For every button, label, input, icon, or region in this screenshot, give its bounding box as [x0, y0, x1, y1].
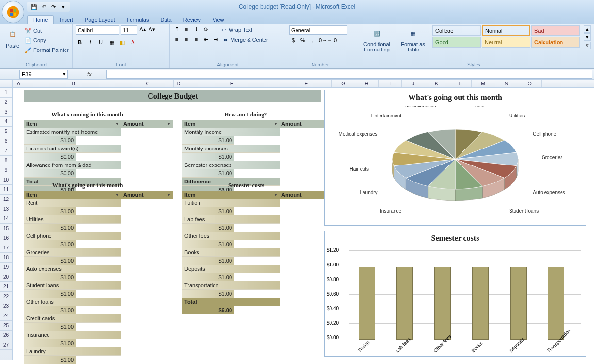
row-header-26[interactable]: 26 [0, 331, 12, 340]
fill-color-button[interactable]: ◧ [118, 38, 126, 46]
style-college[interactable]: College [432, 25, 481, 36]
row-header-11[interactable]: 11 [0, 185, 12, 195]
currency-icon[interactable]: $ [289, 36, 297, 44]
name-box[interactable]: E39▾ [19, 70, 68, 79]
conditional-formatting-button[interactable]: 🔢Conditional Formatting [357, 25, 396, 53]
qat-dropdown-icon[interactable]: ▾ [59, 3, 67, 11]
row-header-8[interactable]: 8 [0, 156, 12, 165]
row-header-2[interactable]: 2 [0, 98, 12, 107]
table-row[interactable]: Transportation$1.00 [182, 281, 331, 298]
row-header-7[interactable]: 7 [0, 146, 12, 156]
table-row[interactable]: Books$1.00 [182, 248, 331, 265]
row-header-27[interactable]: 27 [0, 340, 12, 350]
row-header-18[interactable]: 18 [0, 253, 12, 263]
paste-button[interactable]: 📋 Paste [3, 25, 22, 50]
row-header-4[interactable]: 4 [0, 117, 12, 127]
tab-review[interactable]: Review [178, 16, 207, 24]
office-button[interactable] [2, 1, 24, 23]
styles-scroll-down-icon[interactable]: ▾ [584, 33, 591, 41]
column-header-I[interactable]: I [379, 80, 402, 87]
increase-decimal-icon[interactable]: .0→ [318, 36, 326, 44]
column-header-K[interactable]: K [425, 80, 448, 87]
font-size-select[interactable] [121, 25, 137, 35]
row-header-15[interactable]: 15 [0, 224, 12, 233]
tab-data[interactable]: Data [154, 16, 177, 24]
save-icon[interactable]: 💾 [30, 3, 38, 11]
table-row[interactable]: Semester expenses$1.00 [182, 161, 331, 178]
formula-input[interactable] [106, 70, 592, 79]
font-family-select[interactable] [76, 25, 119, 35]
decrease-indent-icon[interactable]: ⇤ [202, 35, 210, 43]
row-header-20[interactable]: 20 [0, 272, 12, 282]
orientation-icon[interactable]: ⟳ [202, 25, 210, 33]
column-header-G[interactable]: G [332, 80, 355, 87]
column-header-B[interactable]: B [25, 80, 122, 87]
pie-chart[interactable]: What's going out this month RentUtilitie… [324, 90, 586, 226]
table-row[interactable]: Monthly expenses$1.00 [182, 145, 331, 161]
column-header-C[interactable]: C [122, 80, 174, 87]
tab-page-layout[interactable]: Page Layout [79, 16, 121, 24]
bold-button[interactable]: B [76, 38, 83, 46]
align-right-icon[interactable]: ≡ [192, 35, 200, 43]
table-row[interactable]: Insurance$1.00 [24, 331, 173, 347]
table-row[interactable]: Laundry$1.00 [24, 347, 173, 364]
style-calculation[interactable]: Calculation [531, 37, 580, 48]
column-header-L[interactable]: L [448, 80, 472, 87]
format-as-table-button[interactable]: ▦Format as Table [398, 25, 428, 53]
table-row[interactable]: Monthly income$1.00 [182, 128, 331, 145]
table-row[interactable]: Tuition$1.00 [182, 199, 331, 215]
style-neutral[interactable]: Neutral [482, 37, 530, 48]
row-header-22[interactable]: 22 [0, 292, 12, 301]
tab-view[interactable]: View [207, 16, 230, 24]
font-color-button[interactable]: A [129, 38, 137, 46]
style-bad[interactable]: Bad [531, 25, 580, 36]
row-header-13[interactable]: 13 [0, 204, 12, 214]
border-button[interactable]: ▦ [108, 38, 116, 46]
align-center-icon[interactable]: ≡ [182, 35, 190, 43]
format-painter-button[interactable]: 🖌️Format Painter [24, 46, 69, 54]
styles-scroll-up-icon[interactable]: ▴ [584, 25, 591, 33]
align-top-icon[interactable]: ⤒ [173, 25, 181, 33]
select-all-corner[interactable] [0, 80, 13, 87]
row-header-5[interactable]: 5 [0, 127, 12, 136]
row-header-25[interactable]: 25 [0, 321, 12, 331]
style-normal[interactable]: Normal [482, 25, 530, 36]
redo-icon[interactable]: ↷ [50, 3, 57, 11]
bar-chart[interactable]: Semester costs $0.00$0.20$0.40$0.60$0.80… [324, 231, 586, 357]
row-header-24[interactable]: 24 [0, 311, 12, 321]
table-row[interactable]: Lab fees$1.00 [182, 215, 331, 232]
style-good[interactable]: Good [432, 37, 481, 48]
table-row[interactable]: Rent$1.00 [24, 199, 173, 215]
tab-home[interactable]: Home [27, 15, 54, 24]
cell-styles-gallery[interactable]: College Normal Bad Good Neutral Calculat… [432, 25, 580, 48]
decrease-decimal-icon[interactable]: ←.0 [328, 36, 336, 44]
column-header-E[interactable]: E [183, 80, 280, 87]
row-header-23[interactable]: 23 [0, 301, 12, 311]
styles-more-icon[interactable]: ▿ [584, 42, 591, 49]
copy-button[interactable]: 📄Copy [24, 36, 69, 45]
row-header-21[interactable]: 21 [0, 282, 12, 292]
shrink-font-icon[interactable]: A▾ [148, 25, 156, 33]
column-header-H[interactable]: H [355, 80, 379, 87]
align-left-icon[interactable]: ≡ [173, 35, 181, 43]
row-header-17[interactable]: 17 [0, 243, 12, 253]
column-header-D[interactable]: D [174, 80, 183, 87]
cut-button[interactable]: ✂️Cut [24, 26, 69, 35]
tab-insert[interactable]: Insert [54, 16, 79, 24]
worksheet[interactable]: College Budget What's coming in this mon… [13, 88, 594, 360]
row-header-3[interactable]: 3 [0, 107, 12, 117]
wrap-text-button[interactable]: ↩Wrap Text [219, 25, 252, 34]
column-header-A[interactable]: A [13, 80, 25, 87]
row-header-10[interactable]: 10 [0, 175, 12, 185]
table-row[interactable]: Student loans$1.00 [24, 281, 173, 298]
percent-icon[interactable]: % [299, 36, 307, 44]
row-header-6[interactable]: 6 [0, 136, 12, 146]
underline-button[interactable]: U [97, 38, 105, 46]
align-bottom-icon[interactable]: ⤓ [192, 25, 200, 33]
tab-formulas[interactable]: Formulas [121, 16, 155, 24]
row-header-12[interactable]: 12 [0, 195, 12, 204]
italic-button[interactable]: I [86, 38, 94, 46]
table-row[interactable]: Deposits$1.00 [182, 265, 331, 281]
increase-indent-icon[interactable]: ⇥ [212, 35, 219, 43]
fx-icon[interactable]: fx [87, 71, 92, 77]
